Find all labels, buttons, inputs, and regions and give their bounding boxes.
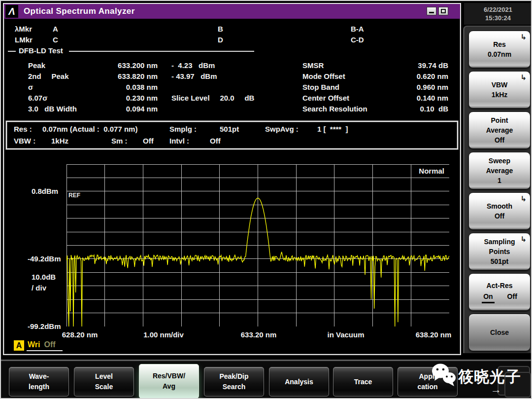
analysis-section-header: DFB-LD Test — [4, 46, 460, 56]
marker-b-label: B — [218, 25, 223, 33]
softkey-line: Average — [486, 125, 513, 135]
marker-diff-label: B-A — [351, 25, 364, 33]
softkey-line: VBW — [492, 80, 508, 90]
result-label: 2nd Peak — [28, 72, 69, 80]
softkey-smooth[interactable]: ↳ Smooth Off — [468, 192, 531, 230]
display-off-label: Off — [44, 340, 55, 349]
softkey-line: 1 — [498, 176, 501, 185]
menu-label: Scale — [95, 382, 113, 392]
result-level: - 43.97 dBm — [171, 72, 217, 80]
marker-row-label: LMkr — [15, 36, 33, 44]
result-label: σ — [28, 83, 33, 91]
write-mode-label: Wri — [28, 340, 40, 349]
marker-d-label: D — [218, 36, 223, 44]
softkey-line: Smooth — [487, 201, 512, 211]
menu-trace[interactable]: Trace — [333, 367, 393, 397]
menu-label: Analysis — [285, 377, 313, 387]
result-label: SMSR — [302, 61, 324, 70]
softkey-line: Sampling — [484, 237, 515, 247]
intvl-value: Off — [210, 137, 221, 145]
menu-label: Trace — [354, 377, 372, 387]
menu-level-scale[interactable]: Level Scale — [74, 367, 134, 397]
act-res-toggle: On Off — [482, 291, 517, 303]
smplg-value: 501pt — [220, 125, 239, 133]
menu-wavelength[interactable]: Wave- length — [9, 367, 69, 397]
window-title: Optical Spectrum Analyzer — [24, 6, 135, 16]
menu-analysis[interactable]: Analysis — [269, 367, 329, 397]
maximize-icon — [441, 9, 446, 13]
marker-row-label: λMkr — [15, 25, 32, 33]
menu-label: Peak/Dip — [219, 371, 248, 382]
softkey-res[interactable]: ↳ Res 0.07nm — [468, 31, 531, 68]
menu-peak-dip-search[interactable]: Peak/Dip Search — [204, 367, 264, 397]
watermark-arrow-icon: → — [491, 383, 501, 396]
menu-label: Avg — [163, 381, 175, 392]
minimize-button[interactable] — [427, 7, 436, 15]
title-bar: Λ Optical Spectrum Analyzer — [4, 4, 460, 19]
result-level: Slice Level 20.0 dB — [171, 94, 254, 102]
softkey-line: Sweep — [489, 156, 510, 166]
trace-mode-status: WriOff — [27, 340, 63, 351]
result-value: 0.140 nm — [373, 94, 448, 102]
vbw-value: 1kHz — [51, 137, 68, 145]
trace-mode-label: Normal — [390, 167, 444, 175]
result-wavelength: 0.094 nm — [93, 105, 158, 113]
result-level: - 4.23 dBm — [171, 61, 215, 70]
y-axis-ref-level: 0.8dBm — [32, 187, 58, 195]
datetime-display: 6/22/2021 15:30:24 — [464, 3, 532, 25]
softkey-close[interactable]: Close — [468, 314, 531, 351]
maximize-button[interactable] — [438, 7, 448, 15]
y-axis-bottom-level: -99.2dBm — [28, 322, 61, 330]
softkey-sweep-average[interactable]: Sweep Average 1 — [468, 152, 531, 189]
softkey-line: Res — [493, 39, 506, 49]
y-axis-scale-1: 10.0dB — [32, 273, 56, 281]
x-axis-center: 633.20 nm — [241, 330, 277, 339]
softkey-panel: ↳ Res 0.07nm ↳ VBW 1kHz Point Average Of… — [463, 26, 532, 353]
wechat-icon — [431, 363, 457, 387]
result-label: Peak — [28, 61, 45, 70]
result-label: Center Offset — [302, 94, 349, 102]
result-value: 0.10 dB — [373, 105, 448, 113]
vbw-label: VBW : — [14, 137, 35, 145]
result-label: Mode Offset — [302, 72, 345, 80]
submenu-arrow-icon: ↳ — [520, 32, 527, 42]
section-dash — [8, 51, 16, 52]
watermark-text: 筱晓光子 — [458, 366, 521, 387]
ref-line-label: REF — [68, 192, 80, 199]
submenu-arrow-icon: ↳ — [520, 234, 527, 244]
swpavg-value: 1 [ **** ] — [317, 125, 348, 133]
menu-label: Level — [95, 371, 113, 382]
plot-grid — [66, 164, 449, 326]
softkey-line: Off — [495, 211, 504, 221]
softkey-sampling-points[interactable]: ↳ Sampling Points 501pt — [468, 233, 531, 270]
section-rule — [69, 51, 254, 52]
screen: Λ Optical Spectrum Analyzer λMkr A B B-A… — [0, 0, 532, 399]
swpavg-label: SwpAvg : — [265, 125, 299, 133]
result-value: 0.960 nm — [373, 83, 448, 91]
submenu-arrow-icon: ↳ — [520, 194, 527, 204]
softkey-point-average[interactable]: Point Average Off — [468, 111, 531, 149]
sm-label: Sm : — [111, 137, 128, 145]
softkey-act-res[interactable]: Act-Res On Off — [468, 273, 531, 311]
marker-c-label: C — [53, 36, 58, 44]
osa-window: Λ Optical Spectrum Analyzer λMkr A B B-A… — [3, 3, 461, 355]
softkey-line: 501pt — [491, 256, 509, 266]
softkey-line: 1kHz — [492, 90, 508, 100]
softkey-line: Off — [495, 135, 504, 145]
x-axis-per-div: 1.00 nm/div — [143, 330, 184, 339]
date-label: 6/22/2021 — [464, 5, 532, 14]
result-value: 0.620 nm — [373, 72, 448, 80]
act-res-off[interactable]: Off — [507, 291, 517, 303]
result-label: Stop Band — [302, 83, 339, 91]
sweep-status-box: Res : 0.07nm (Actual : 0.077 nm) Smplg :… — [6, 121, 458, 149]
trace-a-badge: A — [14, 340, 24, 351]
result-value: 39.74 dB — [373, 61, 448, 70]
marker-a-label: A — [53, 25, 58, 33]
watermark: 筱晓光子 → — [431, 363, 532, 398]
menu-label: Res/VBW/ — [153, 371, 185, 381]
softkey-vbw[interactable]: ↳ VBW 1kHz — [468, 71, 531, 109]
act-res-on[interactable]: On — [482, 291, 494, 303]
menu-label: Wave- — [29, 371, 49, 382]
y-axis-mid-level: -49.2dBm — [28, 254, 61, 263]
menu-res-vbw-avg[interactable]: Res/VBW/ Avg — [139, 364, 199, 399]
